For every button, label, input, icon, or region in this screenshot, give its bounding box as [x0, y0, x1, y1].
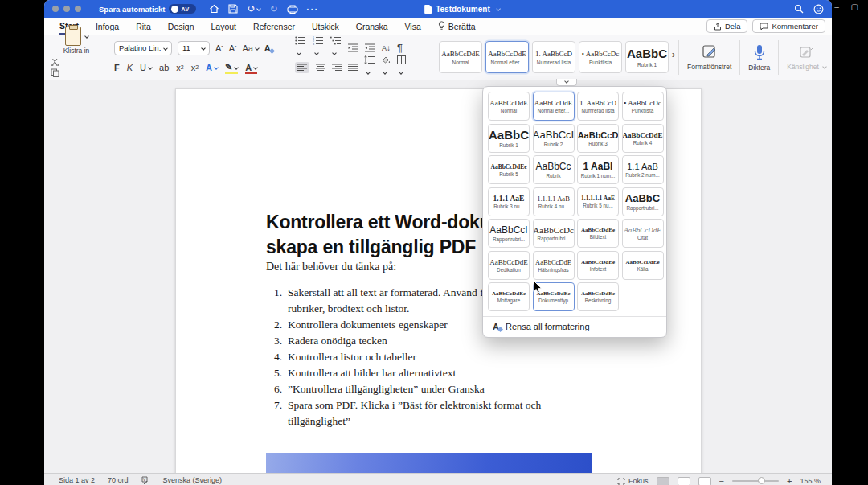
style-chip-punktlista[interactable]: • AaBbCcDcPunktlista [579, 41, 622, 73]
bold-button[interactable]: F [114, 63, 120, 72]
style-chip-punktlista[interactable]: • AaBbCcDcPunktlista [622, 92, 664, 121]
zoom-slider[interactable] [732, 480, 779, 482]
style-chip-dedikation[interactable]: AaBbCcDdEDedikation [488, 251, 530, 280]
decrease-indent-icon[interactable] [348, 43, 358, 52]
style-chip-rapportrubri-[interactable]: AaBbCcIRapportrubri... [488, 219, 530, 248]
document-title[interactable]: Testdokument [424, 5, 500, 14]
document-canvas[interactable]: Kontrollera ett Word-dokum skapa en till… [44, 80, 832, 473]
style-chip-citat[interactable]: AaBbCcDdECitat [622, 219, 664, 248]
grow-font-icon[interactable]: Aˆ [215, 43, 223, 53]
autosave-toggle[interactable]: Spara automatiskt AV [99, 4, 196, 14]
numbered-list-icon[interactable]: 123 [313, 36, 324, 60]
style-chip-rapportrubri-[interactable]: AaBbCcDcRapportrubri... [533, 219, 575, 248]
font-name-select[interactable]: Palatino Lin... [114, 41, 172, 55]
style-chip-hälsningsfras[interactable]: AaBbCcDdEHälsningsfras [533, 251, 575, 280]
clear-formatting-icon[interactable]: A [264, 43, 271, 53]
style-chip-normal-efter-[interactable]: AaBbCcDdENormal efter... [485, 41, 529, 73]
style-chip-normal-efter-[interactable]: AaBbCcDdENormal efter... [533, 92, 575, 121]
shrink-font-icon[interactable]: Aˇ [229, 43, 237, 53]
underline-button[interactable]: U [140, 63, 152, 72]
undo-icon[interactable]: ↺ [247, 4, 260, 14]
focus-button[interactable]: Fokus [617, 477, 649, 485]
home-icon[interactable] [209, 4, 219, 14]
align-center-button[interactable] [316, 64, 326, 72]
style-chip-rubrik-2-num-[interactable]: 1.1 AaBRubrik 2 num... [622, 155, 664, 184]
style-chip-numrerad-lista[interactable]: 1. AaBbCcDNumrerad lista [532, 41, 575, 73]
share-button[interactable]: Dela [706, 19, 748, 33]
style-chip-numrerad-lista[interactable]: 1. AaBbCcDNumrerad lista [577, 92, 619, 121]
style-chip-beskrivning[interactable]: AaBbCcDdEeBeskrivning [577, 282, 619, 311]
justify-button[interactable] [348, 64, 358, 72]
style-chip-mottagare[interactable]: AaBbCcDdEeMottagare [488, 282, 530, 311]
tab-layout[interactable]: Layout [211, 19, 238, 34]
tab-visa[interactable]: Visa [404, 19, 422, 34]
tab-granska[interactable]: Granska [355, 19, 389, 34]
style-chip-normal[interactable]: AaBbCcDdENormal [439, 41, 482, 73]
tab-design[interactable]: Design [167, 19, 195, 34]
borders-icon[interactable] [397, 55, 406, 79]
style-chip-rubrik-5-nu-[interactable]: 1.1.1.1.1 AaERubrik 5 nu... [577, 187, 619, 216]
italic-button[interactable]: K [127, 63, 133, 72]
strikethrough-button[interactable]: ab [159, 63, 169, 72]
style-chip-rubrik-3-nu-[interactable]: 1.1.1 AaERubrik 3 nu... [488, 187, 530, 216]
tab-utskick[interactable]: Utskick [311, 19, 340, 34]
sort-icon[interactable]: A↓ [382, 43, 391, 52]
line-spacing-icon[interactable] [364, 55, 375, 79]
page-indicator[interactable]: Sida 1 av 2 [59, 476, 95, 484]
styles-gallery-expander[interactable] [556, 79, 577, 86]
style-chip-rubrik-4[interactable]: AaBbCcDdERubrik 4 [622, 124, 664, 153]
style-chip-rubrik-3[interactable]: AaBbCcDRubrik 3 [577, 124, 619, 153]
view-outline-button[interactable] [698, 477, 711, 485]
paste-button[interactable]: Klistra in [51, 27, 102, 55]
style-chip-rubrik-1[interactable]: AaBbCRubrik 1 [488, 124, 530, 153]
more-icon[interactable]: ··· [307, 5, 320, 14]
traffic-lights[interactable] [52, 6, 81, 12]
tab-berätta[interactable]: Berätta [437, 18, 477, 35]
font-color-icon[interactable]: A [245, 63, 257, 72]
cut-icon[interactable] [51, 58, 102, 66]
print-icon[interactable] [287, 5, 298, 14]
view-web-layout-button[interactable] [678, 477, 690, 485]
gallery-more-icon[interactable]: › [672, 48, 675, 60]
dictate-button[interactable]: Diktera [743, 35, 776, 80]
pilcrow-icon[interactable]: ¶ [397, 42, 403, 54]
format-pane-button[interactable]: Formatfönstret [682, 35, 737, 80]
zoom-level[interactable]: 155 % [800, 477, 821, 485]
style-chip-källa[interactable]: AaBbCcDdEeKälla [622, 251, 664, 280]
comments-button[interactable]: Kommentarer [752, 19, 825, 33]
highlight-color-icon[interactable]: ✎ [225, 62, 238, 72]
autosave-switch[interactable]: AV [169, 4, 196, 14]
text-effects-icon[interactable]: A [206, 63, 218, 72]
style-chip-rubrik-5[interactable]: AaBbCcDdEeRubrik 5 [488, 155, 530, 184]
style-chip-rapportrubri-[interactable]: AaBbCRapportrubri... [622, 187, 664, 216]
zoom-out-icon[interactable]: − [719, 476, 724, 485]
superscript-button[interactable]: x2 [191, 63, 199, 72]
subscript-button[interactable]: x2 [176, 63, 183, 72]
style-chip-rubrik-1-num-[interactable]: 1 AaBlRubrik 1 num... [577, 155, 619, 184]
style-chip-rubrik[interactable]: AaBbCcRubrik [533, 155, 575, 184]
style-chip-bildtext[interactable]: AaBbCcDdEeBildtext [577, 219, 619, 248]
multilevel-list-icon[interactable] [330, 36, 342, 60]
shading-icon[interactable] [381, 55, 391, 79]
align-right-button[interactable] [332, 64, 342, 72]
style-chip-rubrik-2[interactable]: AaBbCcIRubrik 2 [533, 124, 575, 153]
increase-indent-icon[interactable] [365, 43, 375, 52]
zoom-in-icon[interactable]: + [787, 476, 792, 485]
style-chip-infotext[interactable]: AaBbCcDdEeInfotext [577, 251, 619, 280]
search-icon[interactable] [794, 4, 804, 14]
word-count[interactable]: 70 ord [108, 476, 129, 484]
copy-icon[interactable] [51, 68, 102, 77]
redo-icon[interactable]: ↻ [269, 4, 277, 14]
tab-referenser[interactable]: Referenser [252, 19, 296, 34]
save-icon[interactable] [228, 4, 238, 14]
smiley-icon[interactable] [813, 4, 824, 14]
tab-rita[interactable]: Rita [135, 19, 152, 34]
document-image[interactable] [266, 453, 592, 473]
clear-formatting-item[interactable]: A Rensa all formatering [483, 316, 666, 337]
bullet-list-icon[interactable] [295, 36, 306, 60]
proofing-icon[interactable]: V [141, 476, 150, 484]
align-left-button[interactable] [295, 62, 309, 73]
change-case-icon[interactable]: Aa [242, 43, 258, 53]
language-indicator[interactable]: Svenska (Sverige) [163, 476, 223, 484]
font-size-select[interactable]: 11 [178, 41, 210, 55]
